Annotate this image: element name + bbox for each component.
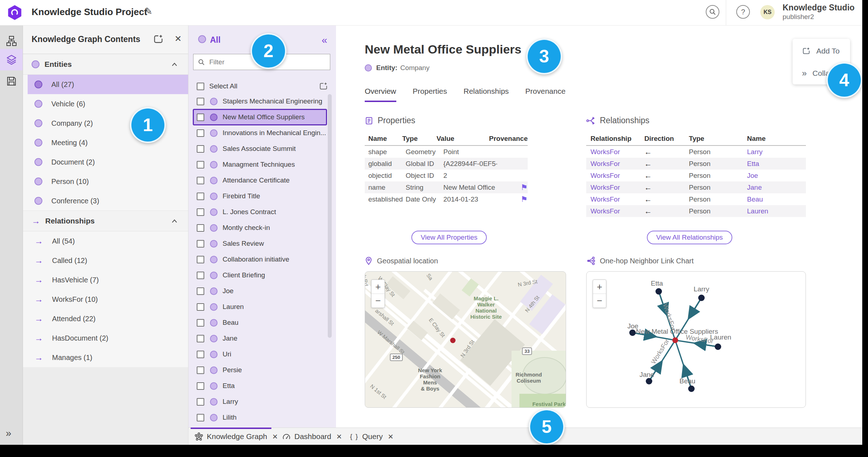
tab-overview[interactable]: Overview: [365, 87, 396, 102]
close-tab-icon[interactable]: ✕: [272, 433, 278, 441]
add-to-icon[interactable]: [319, 82, 328, 91]
tab-provenance[interactable]: Provenance: [525, 87, 565, 102]
close-tab-icon[interactable]: ✕: [336, 433, 342, 441]
list-item[interactable]: Montly check-in: [193, 220, 327, 236]
relationship-link[interactable]: WorksFor: [586, 148, 644, 156]
sidebar-item-document[interactable]: Document (2): [23, 152, 188, 172]
item-checkbox[interactable]: [197, 240, 204, 248]
list-item[interactable]: Client Briefing: [193, 267, 327, 283]
zoom-in-button[interactable]: +: [593, 280, 606, 294]
item-checkbox[interactable]: [197, 335, 204, 342]
close-panel-icon[interactable]: ✕: [174, 34, 182, 44]
entity-link[interactable]: Joe: [747, 172, 806, 180]
tab-dashboard[interactable]: Dashboard ✕: [282, 428, 342, 445]
list-item-selected[interactable]: New Metal Office Suppliers: [193, 109, 327, 125]
relationship-link[interactable]: WorksFor: [586, 207, 644, 215]
sidebar-item-meeting[interactable]: Meeting (4): [23, 133, 188, 152]
sidebar-item-called[interactable]: → Called (12): [23, 251, 188, 270]
list-item[interactable]: Sales Associate Summit: [193, 141, 327, 157]
item-checkbox[interactable]: [197, 208, 204, 216]
entity-link[interactable]: Beau: [747, 195, 806, 203]
list-item[interactable]: Beau: [193, 315, 327, 331]
item-checkbox[interactable]: [197, 145, 204, 153]
sidebar-item-vehicle[interactable]: Vehicle (6): [23, 94, 188, 114]
layers-icon[interactable]: [6, 54, 17, 65]
sidebar-item-rel-all[interactable]: → All (54): [23, 231, 188, 251]
list-item[interactable]: L. Jones Contract: [193, 204, 327, 220]
item-checkbox[interactable]: [197, 98, 204, 105]
item-checkbox[interactable]: [197, 366, 204, 374]
entity-link[interactable]: Lauren: [747, 207, 806, 215]
list-item[interactable]: Persie: [193, 362, 327, 378]
list-item[interactable]: Larry: [193, 394, 327, 410]
provenance-flag-icon[interactable]: ⚑: [521, 195, 528, 204]
search-button[interactable]: [706, 5, 719, 19]
list-item[interactable]: Uri: [193, 346, 327, 362]
entity-link[interactable]: Jane: [747, 184, 806, 191]
zoom-in-button[interactable]: +: [372, 280, 384, 294]
list-item[interactable]: Collaboration initiative: [193, 251, 327, 267]
entity-link[interactable]: Larry: [747, 148, 806, 156]
list-item[interactable]: Etta: [193, 378, 327, 394]
help-button[interactable]: ?: [736, 5, 750, 19]
edit-title-icon[interactable]: ✎: [144, 6, 153, 17]
tab-query[interactable]: { } Query ✕: [350, 428, 393, 445]
item-checkbox[interactable]: [197, 351, 204, 358]
relationship-link[interactable]: WorksFor: [586, 172, 644, 180]
chevron-up-icon[interactable]: [171, 218, 178, 225]
chevron-up-icon[interactable]: [171, 61, 178, 68]
item-checkbox[interactable]: [197, 272, 204, 279]
hierarchy-icon[interactable]: [6, 35, 17, 47]
avatar[interactable]: KS: [760, 5, 775, 19]
collapse-button[interactable]: » Colla: [802, 68, 830, 78]
item-checkbox[interactable]: [197, 177, 204, 184]
list-item[interactable]: Staplers Mechanical Engineering: [193, 93, 327, 109]
sidebar-item-hasdocument[interactable]: → HasDocument (2): [23, 328, 188, 348]
item-checkbox[interactable]: [197, 287, 204, 295]
link-chart-card[interactable]: Etta Larry Joe Jane Beau Lauren New Meta…: [586, 271, 806, 408]
list-item[interactable]: Firebird Title: [193, 188, 327, 204]
relationship-link[interactable]: WorksFor: [586, 160, 644, 168]
item-checkbox[interactable]: [197, 256, 204, 263]
add-to-button[interactable]: Add To: [802, 47, 840, 55]
item-checkbox[interactable]: [197, 224, 204, 232]
scrollbar-thumb[interactable]: [328, 94, 332, 338]
view-all-properties-button[interactable]: View All Properties: [411, 231, 487, 244]
relationship-link[interactable]: WorksFor: [586, 195, 644, 203]
relationships-section-header[interactable]: → Relationships: [23, 211, 188, 231]
tab-properties[interactable]: Properties: [413, 87, 447, 102]
entities-section-header[interactable]: Entities: [23, 54, 188, 75]
tab-knowledge-graph[interactable]: Knowledge Graph ✕: [195, 428, 278, 445]
list-item[interactable]: Attendance Certificate: [193, 172, 327, 188]
view-all-relationships-button[interactable]: View All Relationships: [647, 231, 732, 244]
item-checkbox[interactable]: [197, 414, 204, 421]
tab-relationships[interactable]: Relationships: [463, 87, 509, 102]
item-checkbox[interactable]: [197, 114, 204, 121]
item-checkbox[interactable]: [197, 319, 204, 327]
provenance-flag-icon[interactable]: ⚑: [521, 183, 528, 192]
list-item[interactable]: Jane: [193, 331, 327, 346]
expand-rail-icon[interactable]: »: [6, 428, 11, 439]
item-checkbox[interactable]: [197, 303, 204, 311]
sidebar-item-manages[interactable]: → Manages (1): [23, 348, 188, 367]
sidebar-item-person[interactable]: Person (10): [23, 172, 188, 191]
relationship-link[interactable]: WorksFor: [586, 184, 644, 191]
list-item[interactable]: Lauren: [193, 299, 327, 315]
list-item[interactable]: Managment Techniques: [193, 157, 327, 172]
item-checkbox[interactable]: [197, 398, 204, 406]
sidebar-item-entities-all[interactable]: All (27): [28, 75, 188, 94]
entity-link[interactable]: Etta: [747, 160, 806, 168]
sidebar-item-hasvehicle[interactable]: → HasVehicle (7): [23, 270, 188, 290]
list-item[interactable]: Sales Review: [193, 236, 327, 251]
item-checkbox[interactable]: [197, 161, 204, 169]
item-checkbox[interactable]: [197, 193, 204, 200]
center-node[interactable]: [672, 337, 678, 343]
item-checkbox[interactable]: [197, 129, 204, 137]
close-tab-icon[interactable]: ✕: [388, 433, 393, 441]
zoom-out-button[interactable]: −: [593, 294, 606, 308]
list-item[interactable]: Joe: [193, 283, 327, 299]
sidebar-item-worksfor[interactable]: → WorksFor (10): [23, 290, 188, 309]
select-all-checkbox[interactable]: [197, 83, 204, 90]
list-item[interactable]: Lilith: [193, 410, 327, 425]
map-card[interactable]: k Rd W Clay St Sa N 3rd St N 4th St Magg…: [365, 271, 566, 408]
